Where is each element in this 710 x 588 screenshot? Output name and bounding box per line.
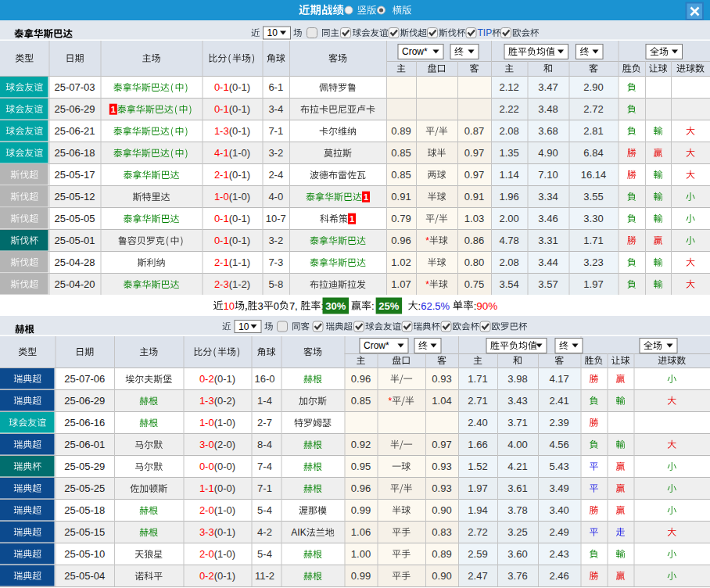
svg-text:25-05-17: 25-05-17 [54, 169, 95, 181]
svg-text:0.89: 0.89 [391, 125, 411, 137]
svg-text:(1-0): (1-0) [214, 548, 235, 560]
svg-text:25-06-16: 25-06-16 [64, 417, 105, 428]
svg-text:3.40: 3.40 [550, 504, 569, 516]
svg-text:6.84: 6.84 [583, 147, 603, 159]
svg-text:4.56: 4.56 [550, 439, 569, 450]
svg-text:0-2: 0-2 [199, 373, 214, 385]
svg-text:0.93: 0.93 [432, 461, 451, 472]
svg-text:5-8: 5-8 [268, 278, 283, 290]
svg-text:0.79: 0.79 [391, 213, 411, 224]
svg-text:1.52: 1.52 [468, 461, 487, 472]
svg-text:(0-1): (0-1) [229, 81, 250, 93]
svg-text:0.99: 0.99 [351, 570, 371, 582]
svg-text:0.92: 0.92 [351, 439, 371, 450]
svg-text:TIP: TIP [478, 27, 493, 38]
svg-text:2.40: 2.40 [468, 417, 487, 428]
svg-text:(0-1): (0-1) [229, 213, 250, 224]
svg-text:25-07-06: 25-07-06 [64, 373, 105, 385]
svg-text:0.97: 0.97 [464, 147, 484, 159]
svg-text:3-3: 3-3 [199, 526, 214, 538]
svg-text:4.17: 4.17 [550, 373, 569, 385]
svg-text:3.98: 3.98 [507, 373, 527, 385]
svg-text:3-2: 3-2 [268, 235, 283, 246]
svg-text:1.02: 1.02 [391, 256, 411, 268]
svg-text:1.04: 1.04 [432, 395, 451, 407]
svg-text:25-05-15: 25-05-15 [64, 526, 105, 538]
svg-text:1.66: 1.66 [468, 439, 487, 450]
svg-text:6-1: 6-1 [268, 81, 283, 93]
svg-text:1-3: 1-3 [199, 395, 214, 407]
svg-text:3-2: 3-2 [268, 147, 283, 159]
svg-text:1: 1 [364, 192, 368, 202]
svg-text:2.47: 2.47 [468, 570, 487, 582]
svg-text:(0-1): (0-1) [229, 169, 250, 181]
svg-text:25-06-29: 25-06-29 [54, 103, 95, 115]
svg-text:10: 10 [224, 300, 235, 312]
svg-text:1-0: 1-0 [199, 417, 214, 428]
svg-text:2.46: 2.46 [550, 570, 569, 582]
svg-text:(0-1): (0-1) [214, 570, 235, 582]
svg-text:30%: 30% [325, 300, 346, 312]
svg-text:0-1: 0-1 [214, 81, 229, 93]
svg-text:3.71: 3.71 [507, 417, 527, 428]
svg-text:1-3: 1-3 [214, 125, 229, 137]
svg-text:2.22: 2.22 [500, 103, 519, 115]
svg-text:25-06-21: 25-06-21 [54, 125, 95, 137]
svg-text:1.35: 1.35 [500, 147, 519, 159]
svg-text:4.00: 4.00 [507, 439, 527, 450]
svg-text:3: 3 [258, 300, 264, 312]
svg-text:(2-0): (2-0) [214, 439, 235, 450]
svg-text:3.31: 3.31 [538, 235, 558, 246]
svg-text:*: * [425, 279, 429, 290]
svg-text:0.85: 0.85 [391, 147, 411, 159]
svg-text:0.99: 0.99 [351, 504, 371, 516]
svg-text:2.72: 2.72 [583, 103, 603, 115]
svg-text:3.43: 3.43 [507, 395, 527, 407]
svg-text:0.93: 0.93 [432, 373, 451, 385]
svg-text:10: 10 [238, 321, 249, 332]
svg-text:4.21: 4.21 [507, 461, 527, 472]
svg-text:1.71: 1.71 [468, 373, 487, 385]
svg-text:2.00: 2.00 [500, 213, 519, 224]
svg-text:0.97: 0.97 [464, 169, 484, 181]
svg-text:(0-1): (0-1) [214, 526, 235, 538]
svg-text:3-4: 3-4 [268, 103, 283, 115]
svg-text:(1-2): (1-2) [229, 278, 250, 290]
svg-text:25-07-03: 25-07-03 [54, 81, 95, 93]
svg-text:3.76: 3.76 [507, 570, 527, 582]
svg-text:4-2: 4-2 [257, 526, 272, 538]
svg-text:0.80: 0.80 [464, 256, 484, 268]
svg-text:5-4: 5-4 [257, 548, 272, 560]
svg-text:25-04-28: 25-04-28 [54, 256, 95, 268]
svg-text:2-1: 2-1 [214, 256, 229, 268]
svg-text:0.91: 0.91 [391, 191, 411, 203]
svg-text:25-06-29: 25-06-29 [64, 395, 105, 407]
svg-text:3.60: 3.60 [507, 548, 527, 560]
svg-text:(0-1): (0-1) [229, 235, 250, 246]
svg-text:1-4: 1-4 [257, 395, 272, 407]
svg-text:0-1: 0-1 [214, 103, 229, 115]
svg-text:0: 0 [274, 300, 279, 312]
svg-text:25-06-18: 25-06-18 [54, 147, 95, 159]
svg-text:1: 1 [111, 105, 116, 114]
svg-text:90%: 90% [476, 300, 497, 312]
svg-text:1: 1 [350, 214, 354, 224]
svg-text:2.39: 2.39 [550, 417, 569, 428]
svg-text:1.03: 1.03 [464, 213, 484, 224]
svg-text:(0-1): (0-1) [229, 103, 250, 115]
svg-text:4-0: 4-0 [268, 191, 283, 203]
svg-text:1.97: 1.97 [583, 278, 603, 290]
svg-text:3.30: 3.30 [583, 213, 603, 224]
svg-text:25%: 25% [378, 300, 399, 312]
svg-text:2.90: 2.90 [583, 81, 603, 93]
svg-text:7-1: 7-1 [257, 482, 272, 494]
svg-text:*: * [389, 396, 393, 407]
svg-text:1.06: 1.06 [351, 526, 371, 538]
svg-text:25-06-01: 25-06-01 [64, 439, 105, 450]
svg-text:4-1: 4-1 [214, 147, 229, 159]
svg-text:0-2: 0-2 [199, 570, 214, 582]
svg-text:3.61: 3.61 [507, 482, 527, 494]
svg-text:7-3: 7-3 [268, 256, 283, 268]
svg-text:2.08: 2.08 [500, 125, 519, 137]
svg-text:0.85: 0.85 [391, 169, 411, 181]
